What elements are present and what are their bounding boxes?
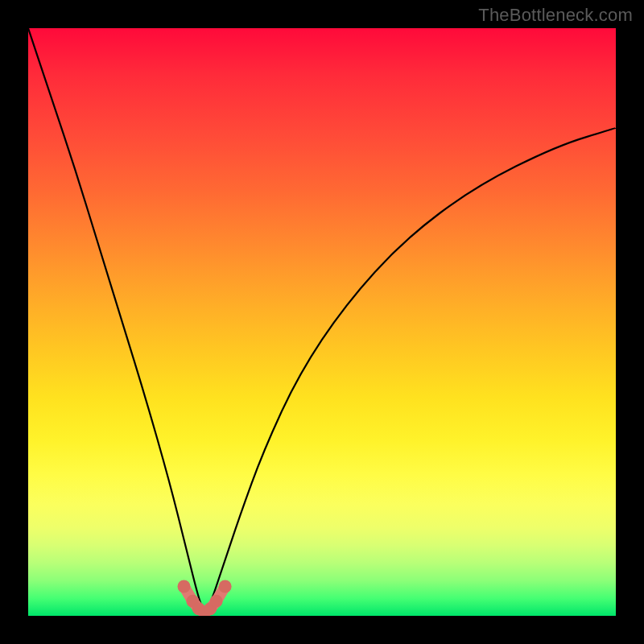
- plot-area: [28, 28, 616, 616]
- curve-layer: [28, 28, 616, 616]
- watermark-text: TheBottleneck.com: [478, 5, 633, 26]
- bottleneck-curve: [28, 28, 616, 610]
- optimal-zone-dot: [210, 595, 223, 608]
- optimal-zone-dot: [219, 580, 232, 593]
- optimal-zone-dot: [178, 580, 191, 593]
- chart-frame: TheBottleneck.com: [0, 0, 644, 644]
